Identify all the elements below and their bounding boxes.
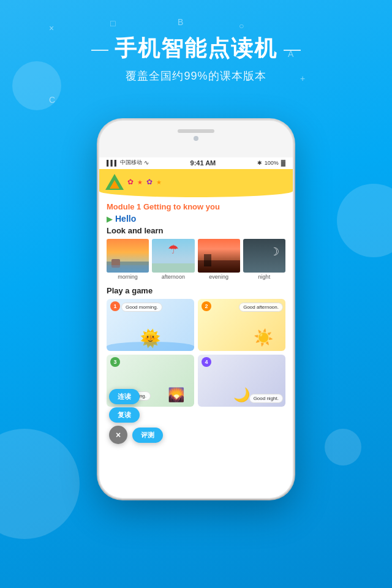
phone-mockup: ▌▌▌ 中国移动 ∿ 9:41 AM ✱ 100% ▓ — [98, 119, 294, 499]
battery-label: 100% — [265, 160, 279, 166]
evening-image — [198, 239, 240, 273]
night-image — [243, 239, 285, 273]
phone-screen: ▌▌▌ 中国移动 ∿ 9:41 AM ✱ 100% ▓ — [99, 156, 293, 498]
status-left: ▌▌▌ 中国移动 ∿ — [107, 159, 149, 167]
fu-du-button[interactable]: 复读 — [109, 407, 140, 423]
battery-icon: ▓ — [281, 159, 285, 166]
game-title: Play a game — [107, 286, 285, 295]
app-content: Module 1 Getting to know you ▶ Hello Loo… — [99, 198, 293, 286]
bubble-morning: Good morning. — [121, 303, 162, 312]
water — [107, 265, 149, 273]
phone-speaker — [178, 129, 214, 133]
morning-cell[interactable]: morning — [107, 239, 149, 280]
close-button[interactable]: × — [109, 426, 127, 444]
deco-star3: ✿ — [146, 178, 153, 186]
game-num-1: 1 — [110, 301, 120, 311]
carrier-label: 中国移动 — [120, 159, 142, 167]
silhouette — [204, 254, 211, 266]
hello-row: ▶ Hello — [107, 214, 285, 224]
night-cell[interactable]: night — [243, 239, 285, 280]
float-buttons-group: 连读 复读 × 评测 — [109, 389, 163, 444]
main-title: 手机智能点读机 — [115, 34, 277, 64]
game-num-2: 2 — [202, 301, 211, 311]
game-cell-afternoon[interactable]: 2 Good afternoon. ☀️ — [198, 299, 285, 351]
play-icon[interactable]: ▶ — [107, 214, 113, 224]
night-label: night — [243, 274, 285, 280]
look-learn-label: Look and learn — [107, 226, 285, 235]
wifi-icon: ∿ — [144, 159, 149, 166]
phone-camera — [194, 136, 198, 141]
lian-du-button[interactable]: 连读 — [109, 389, 140, 404]
bubble-afternoon: Good afternoon. — [239, 303, 283, 312]
header: — 手机智能点读机 — 覆盖全国约99%的课本版本 — [0, 0, 392, 83]
ping-ce-button[interactable]: 评测 — [132, 428, 163, 443]
afternoon-image — [152, 239, 194, 273]
ground — [152, 263, 194, 273]
title-dash: — — [91, 39, 108, 59]
app-header: ✿ ★ ✿ ★ — [99, 169, 293, 191]
bluetooth-icon: ✱ — [257, 160, 262, 166]
status-time: 9:41 AM — [190, 159, 216, 167]
evening-label: evening — [198, 274, 240, 280]
sun-afternoon-icon: ☀️ — [254, 328, 273, 347]
subtitle: 覆盖全国约99%的课本版本 — [0, 69, 392, 83]
phone-top-bezel — [99, 121, 293, 157]
moon-night-icon: 🌙 — [233, 387, 250, 403]
mountain-evening-icon: 🌄 — [168, 387, 184, 403]
signal-bars: ▌▌▌ — [107, 160, 118, 166]
morning-label: morning — [107, 274, 149, 280]
evening-cell[interactable]: evening — [198, 239, 240, 280]
afternoon-cell[interactable]: afternoon — [152, 239, 194, 280]
wave — [107, 342, 194, 351]
game-num-4: 4 — [202, 357, 211, 367]
deco-star2: ★ — [137, 179, 143, 186]
hello-text: Hello — [115, 214, 136, 224]
module-title: Module 1 Getting to know you — [107, 202, 285, 211]
status-bar: ▌▌▌ 中国移动 ∿ 9:41 AM ✱ 100% ▓ — [99, 156, 293, 169]
game-cell-night[interactable]: 4 Good night. 🌙 — [198, 355, 285, 407]
afternoon-label: afternoon — [152, 274, 194, 280]
app-logo — [105, 173, 124, 191]
status-right: ✱ 100% ▓ — [257, 159, 285, 166]
title-dash-2: — — [284, 39, 301, 59]
game-num-3: 3 — [110, 357, 120, 367]
deco-c: C — [49, 95, 55, 105]
power-button — [293, 182, 294, 213]
header-wave — [99, 191, 293, 197]
bubble-night: Good night. — [249, 394, 283, 403]
deco-star: ✿ — [127, 178, 134, 186]
deco-star4: ★ — [156, 179, 162, 186]
image-grid: morning afternoon evening — [107, 239, 285, 280]
game-cell-morning[interactable]: 1 Good morning. 🌞 — [107, 299, 194, 351]
morning-image — [107, 239, 149, 273]
